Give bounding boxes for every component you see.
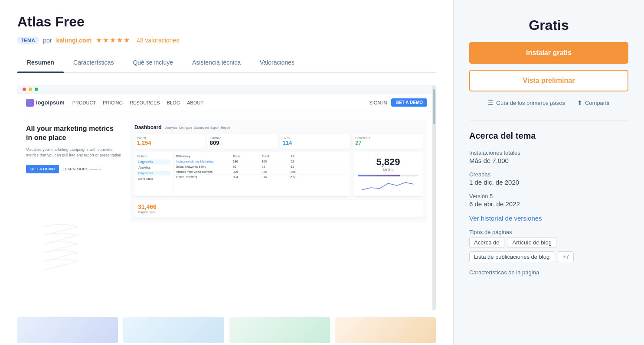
mols-bar bbox=[358, 175, 418, 176]
version-history-link[interactable]: Ver historial de versiones bbox=[469, 215, 542, 222]
logo-text: logoipsum bbox=[36, 99, 65, 106]
divider bbox=[469, 120, 628, 120]
preview-mockup: logoipsum PRODUCT PRICING RESOURCES BLOG… bbox=[17, 85, 436, 310]
tab-asistencia-tecnica[interactable]: Asistencia técnica bbox=[183, 54, 250, 72]
thumbnail-4[interactable] bbox=[335, 317, 436, 343]
hero-text-area: All your marketing metrics in one place … bbox=[26, 120, 121, 222]
main-content: Atlas Free TEMA por kalungi.com ★ ★ ★ ★ … bbox=[0, 0, 453, 345]
hero-btn-primary: GET A DEMO bbox=[26, 165, 59, 173]
nav-resources: RESOURCES bbox=[130, 100, 160, 105]
preview-scrollbar[interactable] bbox=[432, 85, 436, 310]
stars-row: ★ ★ ★ ★ ★ bbox=[96, 36, 130, 44]
mockup-logo: logoipsum bbox=[26, 99, 65, 107]
nav-about: ABOUT bbox=[187, 100, 203, 105]
install-button[interactable]: Instalar gratis bbox=[469, 42, 628, 64]
page-title: Atlas Free bbox=[17, 14, 85, 30]
hero-btns: GET A DEMO LEARN MORE ——→ bbox=[26, 165, 121, 173]
mols-bar-fill bbox=[358, 175, 400, 176]
share-link[interactable]: ⬆ Compartir bbox=[577, 99, 610, 106]
about-title: Acerca del tema bbox=[469, 131, 628, 141]
dash-table-content: Efficiency Page Fund All Instagram stori… bbox=[173, 152, 350, 196]
star-1: ★ bbox=[96, 36, 102, 44]
version-label: Versión 5 bbox=[469, 193, 628, 199]
metric-comments-value: 27 bbox=[355, 140, 420, 146]
pageviews-value: 31,466 bbox=[138, 203, 419, 210]
preview-area: logoipsum PRODUCT PRICING RESOURCES BLOG… bbox=[17, 85, 436, 310]
metric-likes-value: 114 bbox=[283, 140, 348, 146]
by-text: por bbox=[43, 37, 52, 44]
dash-header: Dashboard Analytics Configure Dashboard … bbox=[134, 124, 423, 130]
tags-row: Acerca de Artículo de blog bbox=[469, 237, 628, 248]
star-4: ★ bbox=[117, 36, 123, 44]
preview-scrollbar-thumb bbox=[433, 89, 435, 124]
metric-finished: Finished 809 bbox=[207, 134, 278, 149]
browser-dot-yellow bbox=[29, 88, 32, 91]
created-row: Creadas 1 de dic. de 2020 bbox=[469, 171, 628, 186]
dashboard-mockup: Dashboard Analytics Configure Dashboard … bbox=[130, 120, 427, 222]
thumbnail-3[interactable] bbox=[229, 317, 330, 343]
sidebar: Gratis Instalar gratis Vista preliminar … bbox=[453, 0, 644, 345]
title-row: Atlas Free bbox=[17, 14, 436, 30]
dash-tabs: Analytics Configure Dashboard Export Rep… bbox=[165, 126, 230, 129]
dash-table-area: Metrics Pageviews Analytics Pageviews Mo… bbox=[134, 152, 350, 196]
guide-link[interactable]: ☰ Guía de los primeros pasos bbox=[488, 99, 565, 106]
mockup-nav-links: PRODUCT PRICING RESOURCES BLOG ABOUT bbox=[72, 100, 362, 105]
mockup-browser-bar bbox=[17, 85, 436, 94]
tab-resumen[interactable]: Resumen bbox=[17, 54, 64, 72]
pageviews-label: Pageviews bbox=[138, 210, 419, 214]
mockup-nav-right: SIGN IN GET A DEMO bbox=[369, 98, 427, 107]
share-icon: ⬆ bbox=[577, 99, 582, 106]
mockup-navbar: logoipsum PRODUCT PRICING RESOURCES BLOG… bbox=[17, 94, 436, 111]
installs-label: Instalaciones totales bbox=[469, 150, 628, 156]
version-history-row: Ver historial de versiones bbox=[469, 215, 628, 222]
created-label: Creadas bbox=[469, 171, 628, 178]
guide-icon: ☰ bbox=[488, 99, 494, 106]
tab-valoraciones[interactable]: Valoraciones bbox=[250, 54, 304, 72]
logo-icon bbox=[26, 99, 34, 107]
mols-label: MOLs bbox=[383, 168, 393, 172]
nav-product: PRODUCT bbox=[72, 100, 96, 105]
metric-paged: Paged 1,254 bbox=[134, 134, 205, 149]
browser-dot-green bbox=[35, 88, 38, 91]
pageviews-card: 31,466 Pageviews bbox=[134, 200, 423, 218]
star-5: ★ bbox=[124, 36, 130, 44]
dash-chart-row: Metrics Pageviews Analytics Pageviews Mo… bbox=[134, 152, 423, 196]
tema-badge: TEMA bbox=[17, 37, 39, 44]
thumbnails-row bbox=[17, 317, 436, 343]
hero-btn-secondary: LEARN MORE ——→ bbox=[62, 167, 102, 171]
tag-articulo-blog: Artículo de blog bbox=[508, 237, 556, 248]
metric-finished-value: 809 bbox=[210, 140, 275, 146]
mockup-hero: All your marketing metrics in one place … bbox=[17, 111, 436, 222]
thumbnail-2[interactable] bbox=[123, 317, 224, 343]
price-label: Gratis bbox=[469, 17, 628, 33]
browser-dot-red bbox=[23, 88, 26, 91]
installs-value: Más de 7.000 bbox=[469, 157, 628, 164]
version-row: Versión 5 6 de abr. de 2022 bbox=[469, 193, 628, 208]
tab-que-se-incluye[interactable]: Qué se incluye bbox=[123, 54, 183, 72]
star-3: ★ bbox=[110, 36, 116, 44]
tag-lista-publicaciones: Lista de publicaciones de blog bbox=[469, 251, 554, 262]
action-links: ☰ Guía de los primeros pasos ⬆ Compartir bbox=[469, 99, 628, 106]
dash-title: Dashboard bbox=[134, 124, 162, 130]
mols-card: 5,829 MOLs bbox=[353, 152, 423, 196]
dash-mini-sidebar: Metrics Pageviews Analytics Pageviews Mo… bbox=[134, 152, 173, 196]
page-types-label: Tipos de páginas bbox=[469, 229, 628, 235]
mockup-signin: SIGN IN bbox=[369, 100, 387, 105]
nav-tabs: Resumen Características Qué se incluye A… bbox=[17, 54, 436, 73]
meta-row: TEMA por kalungi.com ★ ★ ★ ★ ★ 48 valora… bbox=[17, 36, 436, 44]
thumbnail-1[interactable] bbox=[17, 317, 118, 343]
tag-more[interactable]: +7 bbox=[558, 251, 574, 262]
star-2: ★ bbox=[103, 36, 109, 44]
features-row: Características de la página bbox=[469, 269, 628, 276]
page-types-row: Tipos de páginas Acerca de Artículo de b… bbox=[469, 229, 628, 262]
author-link[interactable]: kalungi.com bbox=[56, 37, 92, 44]
tab-caracteristicas[interactable]: Características bbox=[64, 54, 123, 72]
features-label: Características de la página bbox=[469, 269, 628, 276]
created-value: 1 de dic. de 2020 bbox=[469, 179, 628, 186]
ratings-link[interactable]: 48 valoraciones bbox=[137, 37, 179, 44]
installs-row: Instalaciones totales Más de 7.000 bbox=[469, 150, 628, 164]
metric-comments: Comments 27 bbox=[353, 134, 423, 149]
mols-sparkline bbox=[362, 179, 414, 192]
preview-button[interactable]: Vista preliminar bbox=[469, 70, 628, 91]
mols-value: 5,829 bbox=[376, 156, 400, 168]
